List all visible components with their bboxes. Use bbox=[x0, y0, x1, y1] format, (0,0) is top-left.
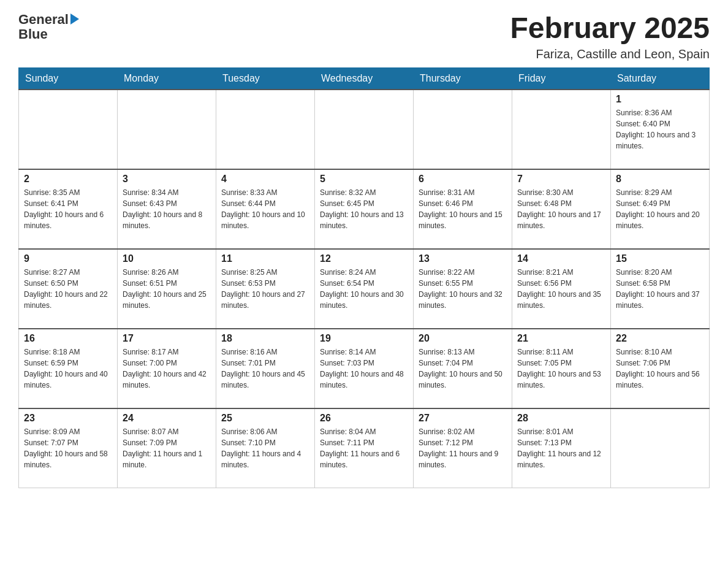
table-row: 1Sunrise: 8:36 AMSunset: 6:40 PMDaylight… bbox=[611, 90, 710, 169]
day-number: 3 bbox=[123, 174, 211, 185]
table-row: 13Sunrise: 8:22 AMSunset: 6:55 PMDayligh… bbox=[414, 249, 512, 329]
day-info: Sunrise: 8:06 AMSunset: 7:10 PMDaylight:… bbox=[221, 426, 309, 470]
table-row: 8Sunrise: 8:29 AMSunset: 6:49 PMDaylight… bbox=[611, 169, 710, 249]
day-info: Sunrise: 8:18 AMSunset: 6:59 PMDaylight:… bbox=[24, 347, 112, 391]
table-row: 15Sunrise: 8:20 AMSunset: 6:58 PMDayligh… bbox=[611, 249, 710, 329]
logo-text-general: General bbox=[18, 12, 69, 27]
day-number: 19 bbox=[320, 333, 408, 344]
table-row: 7Sunrise: 8:30 AMSunset: 6:48 PMDaylight… bbox=[512, 169, 611, 249]
day-info: Sunrise: 8:33 AMSunset: 6:44 PMDaylight:… bbox=[221, 187, 309, 231]
calendar-week-row: 16Sunrise: 8:18 AMSunset: 6:59 PMDayligh… bbox=[19, 329, 710, 408]
day-info: Sunrise: 8:36 AMSunset: 6:40 PMDaylight:… bbox=[616, 107, 704, 151]
table-row: 4Sunrise: 8:33 AMSunset: 6:44 PMDaylight… bbox=[216, 169, 315, 249]
table-row: 6Sunrise: 8:31 AMSunset: 6:46 PMDaylight… bbox=[414, 169, 512, 249]
day-info: Sunrise: 8:02 AMSunset: 7:12 PMDaylight:… bbox=[419, 426, 507, 470]
table-row: 18Sunrise: 8:16 AMSunset: 7:01 PMDayligh… bbox=[216, 329, 315, 408]
logo-text-blue: Blue bbox=[18, 26, 48, 42]
table-row: 16Sunrise: 8:18 AMSunset: 6:59 PMDayligh… bbox=[19, 329, 118, 408]
day-info: Sunrise: 8:16 AMSunset: 7:01 PMDaylight:… bbox=[221, 347, 309, 391]
table-row bbox=[512, 90, 611, 169]
day-info: Sunrise: 8:22 AMSunset: 6:55 PMDaylight:… bbox=[419, 267, 507, 311]
table-row: 9Sunrise: 8:27 AMSunset: 6:50 PMDaylight… bbox=[19, 249, 118, 329]
table-row: 26Sunrise: 8:04 AMSunset: 7:11 PMDayligh… bbox=[315, 408, 414, 488]
col-saturday: Saturday bbox=[611, 67, 710, 90]
table-row bbox=[315, 90, 414, 169]
table-row: 21Sunrise: 8:11 AMSunset: 7:05 PMDayligh… bbox=[512, 329, 611, 408]
day-number: 10 bbox=[123, 253, 211, 264]
table-row bbox=[19, 90, 118, 169]
day-info: Sunrise: 8:07 AMSunset: 7:09 PMDaylight:… bbox=[123, 426, 211, 470]
day-number: 21 bbox=[517, 333, 605, 344]
calendar-week-row: 23Sunrise: 8:09 AMSunset: 7:07 PMDayligh… bbox=[19, 408, 710, 488]
col-sunday: Sunday bbox=[19, 67, 118, 90]
logo: General Blue bbox=[18, 12, 79, 42]
day-number: 12 bbox=[320, 253, 408, 264]
day-number: 11 bbox=[221, 253, 309, 264]
day-number: 28 bbox=[517, 413, 605, 424]
table-row: 23Sunrise: 8:09 AMSunset: 7:07 PMDayligh… bbox=[19, 408, 118, 488]
day-info: Sunrise: 8:26 AMSunset: 6:51 PMDaylight:… bbox=[123, 267, 211, 311]
day-number: 17 bbox=[123, 333, 211, 344]
day-info: Sunrise: 8:30 AMSunset: 6:48 PMDaylight:… bbox=[517, 187, 605, 231]
table-row: 20Sunrise: 8:13 AMSunset: 7:04 PMDayligh… bbox=[414, 329, 512, 408]
table-row: 11Sunrise: 8:25 AMSunset: 6:53 PMDayligh… bbox=[216, 249, 315, 329]
table-row: 10Sunrise: 8:26 AMSunset: 6:51 PMDayligh… bbox=[118, 249, 216, 329]
day-number: 18 bbox=[221, 333, 309, 344]
table-row: 28Sunrise: 8:01 AMSunset: 7:13 PMDayligh… bbox=[512, 408, 611, 488]
day-number: 5 bbox=[320, 174, 408, 185]
table-row: 19Sunrise: 8:14 AMSunset: 7:03 PMDayligh… bbox=[315, 329, 414, 408]
day-info: Sunrise: 8:13 AMSunset: 7:04 PMDaylight:… bbox=[419, 347, 507, 391]
table-row bbox=[216, 90, 315, 169]
day-number: 4 bbox=[221, 174, 309, 185]
col-wednesday: Wednesday bbox=[315, 67, 414, 90]
day-number: 14 bbox=[517, 253, 605, 264]
day-info: Sunrise: 8:11 AMSunset: 7:05 PMDaylight:… bbox=[517, 347, 605, 391]
col-friday: Friday bbox=[512, 67, 611, 90]
table-row: 2Sunrise: 8:35 AMSunset: 6:41 PMDaylight… bbox=[19, 169, 118, 249]
day-info: Sunrise: 8:01 AMSunset: 7:13 PMDaylight:… bbox=[517, 426, 605, 470]
table-row bbox=[118, 90, 216, 169]
col-thursday: Thursday bbox=[414, 67, 512, 90]
day-info: Sunrise: 8:29 AMSunset: 6:49 PMDaylight:… bbox=[616, 187, 704, 231]
table-row bbox=[414, 90, 512, 169]
day-number: 27 bbox=[419, 413, 507, 424]
day-info: Sunrise: 8:25 AMSunset: 6:53 PMDaylight:… bbox=[221, 267, 309, 311]
day-info: Sunrise: 8:09 AMSunset: 7:07 PMDaylight:… bbox=[24, 426, 112, 470]
day-number: 7 bbox=[517, 174, 605, 185]
logo-arrow-icon bbox=[70, 13, 79, 25]
day-info: Sunrise: 8:17 AMSunset: 7:00 PMDaylight:… bbox=[123, 347, 211, 391]
table-row: 17Sunrise: 8:17 AMSunset: 7:00 PMDayligh… bbox=[118, 329, 216, 408]
table-row: 12Sunrise: 8:24 AMSunset: 6:54 PMDayligh… bbox=[315, 249, 414, 329]
day-number: 6 bbox=[419, 174, 507, 185]
table-row: 3Sunrise: 8:34 AMSunset: 6:43 PMDaylight… bbox=[118, 169, 216, 249]
page-header: General Blue February 2025 Fariza, Casti… bbox=[18, 12, 710, 61]
day-number: 20 bbox=[419, 333, 507, 344]
col-monday: Monday bbox=[118, 67, 216, 90]
day-info: Sunrise: 8:21 AMSunset: 6:56 PMDaylight:… bbox=[517, 267, 605, 311]
day-number: 22 bbox=[616, 333, 704, 344]
calendar-subtitle: Fariza, Castille and Leon, Spain bbox=[510, 47, 710, 61]
day-number: 9 bbox=[24, 253, 112, 264]
day-info: Sunrise: 8:10 AMSunset: 7:06 PMDaylight:… bbox=[616, 347, 704, 391]
calendar-week-row: 9Sunrise: 8:27 AMSunset: 6:50 PMDaylight… bbox=[19, 249, 710, 329]
day-info: Sunrise: 8:31 AMSunset: 6:46 PMDaylight:… bbox=[419, 187, 507, 231]
day-number: 24 bbox=[123, 413, 211, 424]
day-number: 15 bbox=[616, 253, 704, 264]
calendar-week-row: 2Sunrise: 8:35 AMSunset: 6:41 PMDaylight… bbox=[19, 169, 710, 249]
day-info: Sunrise: 8:32 AMSunset: 6:45 PMDaylight:… bbox=[320, 187, 408, 231]
day-number: 1 bbox=[616, 94, 704, 105]
day-number: 23 bbox=[24, 413, 112, 424]
day-number: 13 bbox=[419, 253, 507, 264]
day-number: 25 bbox=[221, 413, 309, 424]
day-info: Sunrise: 8:20 AMSunset: 6:58 PMDaylight:… bbox=[616, 267, 704, 311]
day-info: Sunrise: 8:04 AMSunset: 7:11 PMDaylight:… bbox=[320, 426, 408, 470]
table-row: 5Sunrise: 8:32 AMSunset: 6:45 PMDaylight… bbox=[315, 169, 414, 249]
table-row: 27Sunrise: 8:02 AMSunset: 7:12 PMDayligh… bbox=[414, 408, 512, 488]
calendar-header-row: Sunday Monday Tuesday Wednesday Thursday… bbox=[19, 67, 710, 90]
table-row: 22Sunrise: 8:10 AMSunset: 7:06 PMDayligh… bbox=[611, 329, 710, 408]
day-number: 16 bbox=[24, 333, 112, 344]
calendar-title: February 2025 bbox=[510, 12, 710, 45]
table-row: 14Sunrise: 8:21 AMSunset: 6:56 PMDayligh… bbox=[512, 249, 611, 329]
day-info: Sunrise: 8:24 AMSunset: 6:54 PMDaylight:… bbox=[320, 267, 408, 311]
table-row bbox=[611, 408, 710, 488]
